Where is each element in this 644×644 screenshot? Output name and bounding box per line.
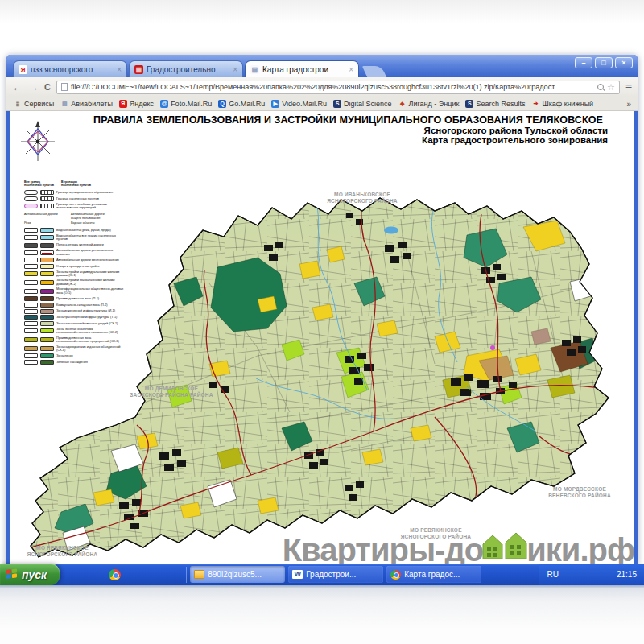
houses-icon xyxy=(481,526,528,564)
taskbar-window-icon xyxy=(390,570,401,580)
map-title-line1: ПРАВИЛА ЗЕМЛЕПОЛЬЗОВАНИЯ И ЗАСТРОЙКИ МУН… xyxy=(10,111,634,126)
bookmark-favicon-icon: @ xyxy=(160,100,168,108)
taskbar-window-label: Карта градос... xyxy=(404,570,460,579)
page-content: ПРАВИЛА ЗЕМЛЕПОЛЬЗОВАНИЯ И ЗАСТРОЙКИ МУН… xyxy=(10,111,634,564)
bookmark-item[interactable]: ◆ Лиганд - Энцик xyxy=(395,100,463,108)
neighbor-municipality-label: МО МОРДВЕССКОЕВЕНЕВСКОГО РАЙОНА xyxy=(531,486,628,499)
neighbor-municipality-label: МО ИВАНЬКОВСКОЕЯСНОГОРСКОГО РАЙОНА xyxy=(298,192,427,204)
forward-button[interactable]: → xyxy=(28,82,39,93)
bookmark-favicon-icon: ▤ xyxy=(60,100,68,108)
minimize-button[interactable]: – xyxy=(575,57,592,68)
bookmark-label: Foto.Mail.Ru xyxy=(171,100,212,108)
bookmark-label: Яндекс xyxy=(130,100,154,108)
tab-favicon-icon: ▦ xyxy=(134,65,143,74)
tab-title: Градостроительно xyxy=(147,65,228,74)
bookmark-item[interactable]: ▶ Video.Mail.Ru xyxy=(268,100,330,108)
quick-launch-icon[interactable] xyxy=(80,569,92,580)
title-bar: Я пзз ясногорского × ▦ Градостроительно … xyxy=(6,55,638,77)
bookmark-star-icon[interactable]: ☆ xyxy=(607,83,615,92)
bookmark-favicon-icon: ⣿ xyxy=(14,100,22,108)
taskbar-window-button[interactable]: Карта градос... xyxy=(386,566,481,583)
tray-icon[interactable] xyxy=(601,569,611,580)
quick-launch-icon[interactable] xyxy=(109,569,121,580)
taskbar-window-button[interactable]: 890l2qlzusc5... xyxy=(190,566,285,583)
bookmark-list: ⣿ Сервисы ▤ Авиабилеты Я Яндекс @ Foto.M… xyxy=(10,100,597,108)
tab-favicon-icon: Я xyxy=(19,65,27,74)
start-button[interactable]: пуск xyxy=(0,564,60,585)
tab-strip: Я пзз ясногорского × ▦ Градостроительно … xyxy=(13,60,361,77)
bookmark-label: Шкаф книжный xyxy=(542,100,593,108)
taskbar-window-button[interactable]: Градострои... xyxy=(288,566,383,583)
url-text: file:///C:/DOCUME~1/New/LOCALS~1/Temp/Вр… xyxy=(71,83,594,91)
bookmark-label: Лиганд - Энцик xyxy=(409,100,460,108)
bookmark-item[interactable]: Q Go.Mail.Ru xyxy=(215,100,268,108)
start-label: пуск xyxy=(22,568,47,581)
clock[interactable]: 21:15 xyxy=(617,570,637,579)
tray-icon[interactable] xyxy=(588,569,598,580)
tray-icon[interactable] xyxy=(562,569,572,580)
bookmark-label: Авиабилеты xyxy=(71,100,113,108)
search-icon[interactable] xyxy=(597,84,604,90)
bookmark-favicon-icon: ◆ xyxy=(398,100,407,108)
page-icon xyxy=(61,83,68,91)
browser-window: Я пзз ясногорского × ▦ Градостроительно … xyxy=(6,55,638,564)
bookmark-label: Video.Mail.Ru xyxy=(282,100,327,108)
back-button[interactable]: ← xyxy=(12,82,23,93)
bookmark-label: Search Results xyxy=(476,100,525,108)
tab-title: пзз ясногорского xyxy=(31,65,112,74)
bookmark-favicon-icon: ➔ xyxy=(531,100,539,108)
watermark: Квартиры-до ики.рф xyxy=(283,526,634,564)
quick-launch-icon[interactable] xyxy=(123,569,135,580)
bookmark-item[interactable]: ➔ Шкаф книжный xyxy=(528,100,597,108)
windows-logo-icon xyxy=(6,568,18,580)
tab-close-icon[interactable]: × xyxy=(231,65,237,74)
bookmarks-overflow-icon[interactable]: » xyxy=(626,100,634,109)
bookmark-favicon-icon: Я xyxy=(119,100,127,108)
quick-launch-icon[interactable] xyxy=(138,569,150,580)
quick-launch-icon[interactable] xyxy=(167,569,179,580)
taskbar-window-label: Градострои... xyxy=(306,570,356,579)
taskbar-windows: 890l2qlzusc5... Градострои... Карта град… xyxy=(188,566,483,583)
bookmark-item[interactable]: ▤ Авиабилеты xyxy=(57,100,116,108)
quick-launch-icon[interactable] xyxy=(65,569,77,580)
browser-tab[interactable]: ▤ Карта градострои × xyxy=(245,60,359,77)
restore-button[interactable]: □ xyxy=(595,57,613,68)
navigation-toolbar: ← → C file:///C:/DOCUME~1/New/LOCALS~1/T… xyxy=(6,77,638,97)
bookmark-favicon-icon: S xyxy=(465,100,473,108)
language-indicator[interactable]: RU xyxy=(547,570,559,579)
menu-icon[interactable]: ≡ xyxy=(625,81,632,93)
browser-tab[interactable]: ▦ Градостроительно × xyxy=(129,60,243,77)
bookmark-item[interactable]: S Digital Science xyxy=(330,100,395,108)
bookmark-label: Go.Mail.Ru xyxy=(229,100,265,108)
quick-launch xyxy=(60,569,184,580)
tray-icon[interactable] xyxy=(575,569,585,580)
bookmark-item[interactable]: ⣿ Сервисы xyxy=(10,100,57,108)
photo-frame-bottom xyxy=(0,585,644,644)
bookmark-item[interactable]: S Search Results xyxy=(462,100,528,108)
close-button[interactable]: × xyxy=(615,57,633,68)
watermark-suffix: ики.рф xyxy=(526,535,634,564)
neighbor-municipality-label: МО ДЕМИДОВСКОЕЗАОКСКОГО РАЙОНА РАЙОНА xyxy=(111,386,232,398)
system-tray: RU 21:15 xyxy=(539,564,644,585)
quick-launch-icon[interactable] xyxy=(152,569,164,580)
tray-icons xyxy=(562,569,611,580)
taskbar-window-label: 890l2qlzusc5... xyxy=(208,570,262,579)
map-title-line2: Ясногорского района Тульской области xyxy=(10,126,634,135)
bookmark-item[interactable]: Я Яндекс xyxy=(116,100,157,108)
bookmarks-bar: ⣿ Сервисы ▤ Авиабилеты Я Яндекс @ Foto.M… xyxy=(6,97,638,111)
browser-tab[interactable]: Я пзз ясногорского × xyxy=(13,60,127,77)
bookmark-favicon-icon: Q xyxy=(218,100,226,108)
address-bar[interactable]: file:///C:/DOCUME~1/New/LOCALS~1/Temp/Вр… xyxy=(56,80,620,94)
reload-button[interactable]: C xyxy=(44,83,51,92)
quick-launch-icon[interactable] xyxy=(94,569,106,580)
compass-rose-icon xyxy=(19,121,56,166)
neighbor-municipality-label: МО РЕВЯКИНСКОЕЯСНОГОРСКОГО РАЙОНА xyxy=(16,545,109,558)
tab-title: Карта градострои xyxy=(262,65,344,74)
tab-close-icon[interactable]: × xyxy=(115,65,122,74)
watermark-prefix: Квартиры-до xyxy=(283,535,484,564)
taskbar: пуск 890l2qlzusc5... Градострои... Карта… xyxy=(0,564,644,585)
new-tab-button[interactable] xyxy=(362,66,387,77)
bookmark-item[interactable]: @ Foto.Mail.Ru xyxy=(157,100,215,108)
tab-close-icon[interactable]: × xyxy=(347,65,353,74)
taskbar-window-icon xyxy=(292,570,303,579)
